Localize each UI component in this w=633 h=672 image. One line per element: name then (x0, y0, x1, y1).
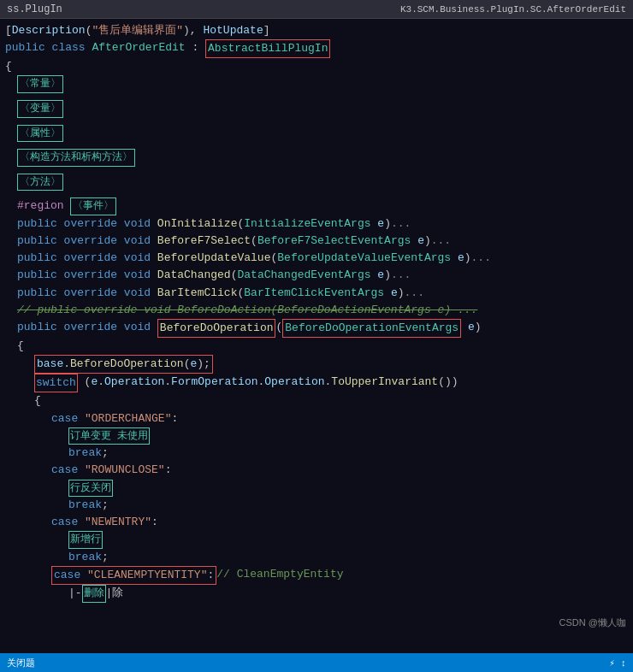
code-line-36: |-删除|除 (0, 585, 633, 603)
zh-comment-2: 行反关闭 (68, 480, 113, 498)
before-do-op-args-highlight: BeforeDoOperationEventArgs (282, 319, 461, 338)
code-line-9 (0, 142, 633, 149)
switch-keyword-highlight: switch (34, 374, 78, 392)
title-right: K3.SCM.Business.PlugIn.SC.AfterOrderEdit (400, 4, 626, 15)
code-line-21: public override void BeforeDoOperation(B… (0, 319, 633, 338)
code-line-26: case "ORDERCHANGE": (0, 410, 633, 427)
code-line-23: base.BeforeDoOperation(e); (0, 355, 633, 374)
code-line-13 (0, 191, 633, 197)
zh-comment-4: 删除 (82, 585, 106, 603)
code-line-31: break; (0, 497, 633, 514)
code-line-3: { (0, 58, 633, 75)
code-line-8: 〈属性〉 (0, 125, 633, 143)
code-line-6: 〈变量〉 (0, 100, 633, 118)
code-line-14: #region 〈事件〉 (0, 197, 633, 215)
zh-comment-3: 新增行 (68, 531, 103, 549)
code-line-34: break; (0, 549, 633, 566)
code-line-28: break; (0, 445, 633, 462)
code-line-20: // public override void BeforeDoAction(B… (0, 302, 633, 319)
code-line-16: public override void BeforeF7Select(Befo… (0, 233, 633, 250)
zh-comment-1: 订单变更 未使用 (68, 427, 150, 445)
code-line-35: case "CLEANEMPTYENTITY":// CleanEmptyEnt… (0, 566, 633, 585)
status-bar: 关闭题 ⚡ ↕ (0, 653, 633, 672)
code-line-18: public override void DataChanged(DataCha… (0, 267, 633, 284)
code-line-4: 〈常量〉 (0, 75, 633, 93)
before-do-operation-highlight: BeforeDoOperation (157, 319, 276, 338)
code-line-19: public override void BarItemClick(BarIte… (0, 285, 633, 302)
attr-open: [ (5, 22, 12, 39)
code-line-32: case "NEWENTRY": (0, 514, 633, 531)
code-line-7 (0, 118, 633, 125)
attr-name: Description (12, 22, 86, 39)
code-line-10: 〈构造方法和析构方法〉 (0, 149, 633, 167)
code-line-2: public class AfterOrderEdit : AbstractBi… (0, 39, 633, 58)
code-line-30: 行反关闭 (0, 480, 633, 498)
editor-area: [Description("售后单编辑界面"), HotUpdate] publ… (0, 19, 633, 653)
status-left: 关闭题 (7, 657, 35, 669)
status-icons: ⚡ ↕ (609, 657, 626, 669)
code-line-17: public override void BeforeUpdateValue(B… (0, 250, 633, 267)
code-line-12: 〈方法〉 (0, 174, 633, 192)
abstract-bill-plugin: AbstractBillPlugIn (205, 39, 330, 58)
code-line-25: { (0, 392, 633, 410)
watermark: CSDN @懒人咖 (559, 616, 626, 629)
code-line-29: case "ROWUNCLOSE": (0, 462, 633, 479)
code-line-1: [Description("售后单编辑界面"), HotUpdate] (0, 22, 633, 39)
code-line-11 (0, 167, 633, 174)
code-line-5 (0, 93, 633, 100)
title-bar: ss.PlugIn K3.SCM.Business.PlugIn.SC.Afte… (0, 0, 633, 19)
code-line-33: 新增行 (0, 531, 633, 549)
base-call-highlight: base.BeforeDoOperation(e); (34, 355, 213, 374)
code-line-22: { (0, 338, 633, 355)
case-cleanempty-highlight: case "CLEANEMPTYENTITY": (51, 566, 216, 585)
code-line-27: 订单变更 未使用 (0, 427, 633, 445)
code-line-15: public override void OnInitialize(Initia… (0, 215, 633, 233)
title-left: ss.PlugIn (7, 3, 62, 15)
code-line-24: switch (e.Operation.FormOperation.Operat… (0, 374, 633, 392)
